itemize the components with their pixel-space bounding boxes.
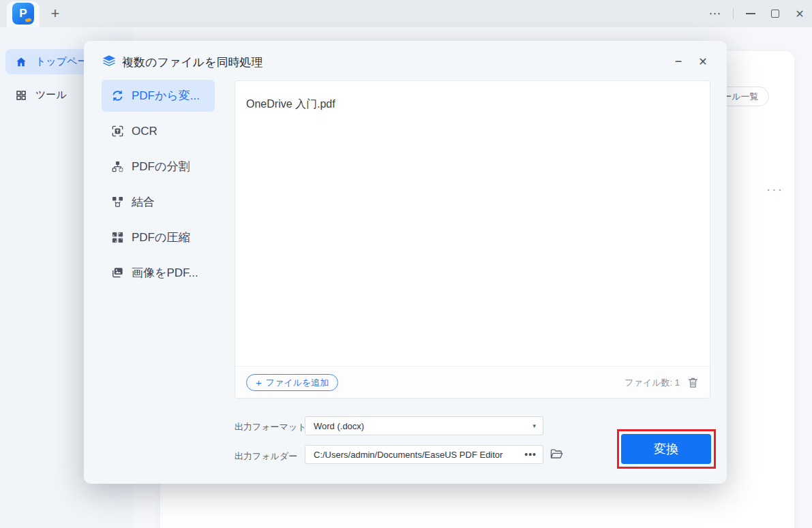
add-file-button[interactable]: + ファイルを追加 xyxy=(246,374,338,391)
maximize-icon xyxy=(771,10,779,18)
app-tab[interactable]: P xyxy=(7,1,40,27)
split-icon xyxy=(111,160,124,173)
dialog-minimize-button[interactable]: − xyxy=(670,53,687,69)
chevron-down-icon: ▾ xyxy=(532,422,536,429)
output-format-label: 出力フォーマット xyxy=(235,421,307,433)
titlebar-divider xyxy=(731,0,735,27)
convert-button[interactable]: 変換 xyxy=(621,434,711,464)
minimize-icon xyxy=(746,13,755,14)
nav-item-merge[interactable]: 結合 xyxy=(102,186,215,218)
output-format-value: Word (.docx) xyxy=(314,421,364,431)
nav-item-label: PDFの分割 xyxy=(132,159,190,174)
home-icon xyxy=(15,56,27,68)
new-tab-button[interactable]: + xyxy=(45,3,65,24)
merge-icon xyxy=(111,196,124,208)
nav-item-label: 結合 xyxy=(132,194,155,210)
add-file-label: ファイルを追加 xyxy=(266,377,329,389)
batch-process-dialog: 複数のファイルを同時処理 − ✕ PDFから変... xyxy=(84,41,727,484)
nav-item-ocr[interactable]: OCR xyxy=(102,115,215,147)
trash-icon[interactable] xyxy=(687,377,699,388)
file-list-panel: OneDrive 入门.pdf + ファイルを追加 ファイル数: 1 xyxy=(235,80,710,399)
open-folder-icon[interactable] xyxy=(550,448,563,461)
output-format-select[interactable]: Word (.docx) ▾ xyxy=(305,416,543,435)
nav-item-pdf-compress[interactable]: PDFの圧縮 xyxy=(102,221,215,253)
dialog-close-button[interactable]: ✕ xyxy=(695,53,711,69)
file-panel-footer: + ファイルを追加 ファイル数: 1 xyxy=(235,366,710,398)
ellipsis-icon: ··· xyxy=(766,182,783,196)
file-count-label: ファイル数: 1 xyxy=(625,367,680,399)
file-list-item[interactable]: OneDrive 入门.pdf xyxy=(246,97,335,112)
close-icon: ✕ xyxy=(698,55,707,68)
output-folder-label: 出力フォルダー xyxy=(235,450,297,463)
sidebar-item-label: ツール xyxy=(35,89,67,102)
layers-icon xyxy=(102,54,117,69)
close-icon: ✕ xyxy=(795,7,804,20)
app-window: P + ⋯ ✕ トップページ xyxy=(0,0,812,528)
nav-item-label: OCR xyxy=(132,125,157,138)
window-minimize-button[interactable] xyxy=(740,0,761,27)
dialog-nav: PDFから変... OCR xyxy=(102,80,215,292)
nav-item-label: PDFの圧縮 xyxy=(132,230,190,245)
plus-icon: + xyxy=(256,377,262,388)
nav-item-image-to-pdf[interactable]: 画像をPDF... xyxy=(102,257,215,289)
nav-item-label: PDFから変... xyxy=(132,88,200,104)
dialog-title: 複数のファイルを同時処理 xyxy=(122,55,262,70)
minimize-icon: − xyxy=(675,55,682,69)
nav-item-pdf-split[interactable]: PDFの分割 xyxy=(102,151,215,183)
ocr-icon xyxy=(111,125,124,138)
window-more-button[interactable]: ⋯ xyxy=(705,0,725,27)
refresh-icon xyxy=(111,89,124,102)
nav-item-label: 画像をPDF... xyxy=(132,265,198,281)
compress-icon xyxy=(111,231,124,244)
window-maximize-button[interactable] xyxy=(765,0,785,27)
grid-icon xyxy=(15,89,27,102)
browse-folder-button[interactable]: ••• xyxy=(524,449,537,460)
nav-item-pdf-convert[interactable]: PDFから変... xyxy=(102,80,215,112)
titlebar: P + ⋯ ✕ xyxy=(0,0,812,27)
app-logo-icon: P xyxy=(12,3,34,25)
window-close-button[interactable]: ✕ xyxy=(790,0,810,27)
plus-icon: + xyxy=(51,5,60,22)
ellipsis-icon: ⋯ xyxy=(709,6,722,21)
output-folder-value: C:/Users/admin/Documents/EaseUS PDF Edit… xyxy=(314,450,502,460)
page-more-button[interactable]: ··· xyxy=(766,182,783,197)
image-icon xyxy=(111,266,124,279)
output-folder-input[interactable]: C:/Users/admin/Documents/EaseUS PDF Edit… xyxy=(305,445,543,464)
